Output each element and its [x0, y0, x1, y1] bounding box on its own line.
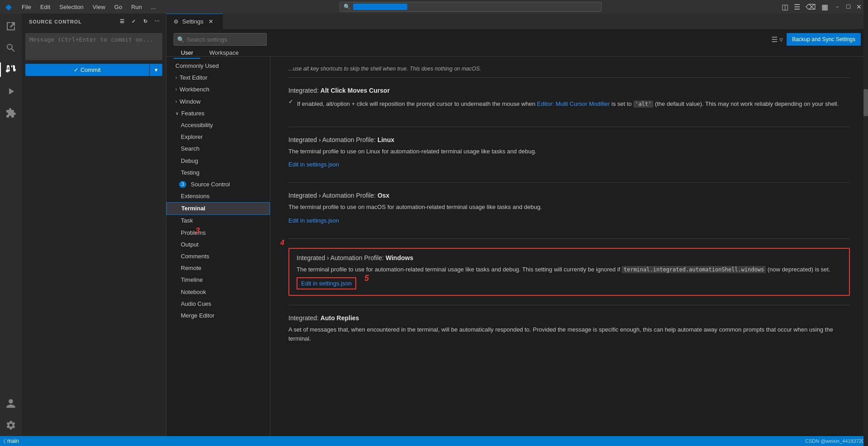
divider-3 — [288, 238, 850, 239]
linux-edit-link[interactable]: Edit in settings.json — [288, 161, 339, 168]
setting-auto-replies: Integrated: Auto Replies A set of messag… — [288, 314, 850, 343]
layout-icon-2[interactable]: ☰ — [794, 3, 800, 11]
sidebar-accessibility[interactable]: Accessibility — [166, 119, 270, 131]
sidebar-window[interactable]: › Window — [166, 96, 270, 108]
header-list-icon[interactable]: ☰ — [117, 17, 127, 27]
sidebar-source-control[interactable]: 3 Source Control — [166, 179, 270, 190]
git-branch-icon: 〈 — [4, 438, 5, 444]
scrollbar-thumb[interactable] — [863, 89, 868, 116]
header-refresh-icon[interactable]: ↻ — [141, 17, 151, 27]
menu-file[interactable]: File — [18, 3, 35, 11]
header-check-icon[interactable]: ✓ — [129, 17, 139, 27]
title-bar: ◆ File Edit Selection View Go Run ... 🔍 … — [0, 0, 868, 14]
activity-extensions[interactable] — [0, 102, 22, 124]
sidebar-output[interactable]: Output — [166, 239, 270, 251]
close-button[interactable]: ✕ — [855, 3, 863, 10]
sidebar-extensions[interactable]: Extensions — [166, 190, 270, 202]
activity-explorer[interactable] — [0, 15, 22, 37]
annotation-5: 5 — [364, 274, 369, 283]
divider-4 — [288, 305, 850, 305]
titlebar-left: ◆ File Edit Selection View Go Run ... — [5, 2, 160, 12]
layout-icon-3[interactable]: ⌫ — [806, 3, 816, 11]
layout-icon-4[interactable]: ▦ — [821, 3, 828, 11]
divider-1 — [288, 127, 850, 127]
status-bar: 〈 main CSDN @weixin_44183720 — [0, 436, 868, 446]
commit-message-input[interactable] — [25, 33, 162, 60]
windows-code: terminal.integrated.automationShell.wind… — [622, 266, 766, 273]
chevron-right-icon-3: › — [175, 99, 177, 105]
settings-list-icon[interactable]: ☰ — [771, 35, 778, 44]
settings-filter-icon[interactable]: ▿ — [779, 35, 783, 44]
alt-click-checkbox-row: ✓ If enabled, alt/option + click will re… — [288, 98, 850, 112]
sidebar-terminal[interactable]: Terminal — [166, 202, 270, 215]
sidebar-problems[interactable]: Problems — [166, 227, 270, 239]
backup-sync-button[interactable]: Backup and Sync Settings — [787, 33, 861, 46]
sidebar-commonly-used[interactable]: Commonly Used — [166, 60, 270, 72]
menu-more[interactable]: ... — [147, 3, 160, 11]
sidebar-explorer[interactable]: Explorer — [166, 131, 270, 143]
commit-button[interactable]: ✓ Commit — [25, 64, 149, 76]
git-branch-label: main — [7, 438, 19, 444]
scrollbar-track[interactable] — [863, 57, 868, 436]
sidebar-text-editor[interactable]: › Text Editor — [166, 72, 270, 84]
menu-edit[interactable]: Edit — [37, 3, 54, 11]
sidebar-search[interactable]: Search — [166, 143, 270, 155]
menu-view[interactable]: View — [89, 3, 109, 11]
menu-selection[interactable]: Selection — [56, 3, 87, 11]
settings-search-input[interactable] — [174, 33, 267, 46]
linux-title: Integrated › Automation Profile: Linux — [288, 136, 850, 143]
sidebar-audio-cues[interactable]: Audio Cues — [166, 298, 270, 310]
divider-2 — [288, 182, 850, 183]
chevron-right-icon-2: › — [175, 86, 177, 93]
sidebar-debug[interactable]: Debug — [166, 155, 270, 167]
commit-dropdown-button[interactable]: ▾ — [150, 64, 162, 76]
sidebar-timeline[interactable]: Timeline — [166, 274, 270, 286]
activity-bottom — [0, 393, 22, 436]
settings-body: Commonly Used › Text Editor › Workbench … — [166, 57, 868, 436]
search-highlight — [353, 4, 407, 10]
multi-cursor-modifier-link[interactable]: Editor: Multi Cursor Modifier — [537, 100, 610, 109]
activity-source-control[interactable] — [0, 59, 22, 81]
windows-title-bold: Windows — [386, 254, 413, 261]
source-control-title: SOURCE CONTROL — [29, 19, 82, 24]
alt-click-title: Integrated: Alt Click Moves Cursor — [288, 87, 850, 94]
activity-search[interactable] — [0, 37, 22, 59]
maximize-button[interactable]: ☐ — [844, 3, 852, 10]
window-controls: − ☐ ✕ — [834, 3, 863, 10]
osx-title: Integrated › Automation Profile: Osx — [288, 192, 850, 199]
sidebar-testing[interactable]: Testing — [166, 167, 270, 179]
windows-link-row: 5 Edit in settings.json — [297, 277, 842, 289]
minimize-button[interactable]: − — [834, 3, 841, 10]
titlebar-right: ◫ ☰ ⌫ ▦ − ☐ ✕ — [782, 3, 863, 11]
layout-icon-1[interactable]: ◫ — [782, 3, 788, 11]
menu-run[interactable]: Run — [127, 3, 146, 11]
auto-replies-title: Integrated: Auto Replies — [288, 314, 850, 322]
header-more-icon[interactable]: ⋯ — [152, 17, 162, 27]
sidebar-comments[interactable]: Comments — [166, 251, 270, 262]
activity-settings[interactable] — [0, 414, 22, 436]
sidebar-merge-editor[interactable]: Merge Editor — [166, 310, 270, 322]
titlebar-search[interactable]: 🔍 — [340, 2, 602, 12]
windows-desc: The terminal profile to use for automati… — [297, 265, 842, 274]
alt-click-title-bold: Alt Click Moves Cursor — [321, 87, 390, 94]
settings-tab[interactable]: ⚙ Settings ✕ — [166, 14, 223, 29]
settings-main-content: ...use alt key shortcuts to skip the she… — [270, 57, 868, 436]
tab-close-icon[interactable]: ✕ — [207, 18, 215, 26]
activity-run-debug[interactable] — [0, 81, 22, 102]
sidebar-remote[interactable]: Remote — [166, 262, 270, 274]
menu-items: File Edit Selection View Go Run ... — [18, 3, 160, 11]
sidebar-features[interactable]: ∨ Features — [166, 108, 270, 119]
tab-settings-label: Settings — [182, 18, 203, 25]
osx-title-bold: Osx — [377, 192, 389, 199]
sidebar-task[interactable]: Task — [166, 215, 270, 227]
osx-edit-link[interactable]: Edit in settings.json — [288, 217, 339, 224]
sidebar-workbench[interactable]: › Workbench — [166, 84, 270, 95]
checkbox-checked-icon[interactable]: ✓ — [288, 98, 293, 105]
sidebar-notebook[interactable]: Notebook — [166, 286, 270, 298]
filter-controls: ☰ ▿ — [771, 35, 783, 44]
activity-account[interactable] — [0, 393, 22, 414]
setting-automation-windows: 4 Integrated › Automation Profile: Windo… — [288, 248, 850, 296]
menu-go[interactable]: Go — [111, 3, 126, 11]
windows-edit-link[interactable]: Edit in settings.json — [301, 279, 352, 288]
watermark-text: CSDN @weixin_44183720 — [805, 438, 864, 444]
